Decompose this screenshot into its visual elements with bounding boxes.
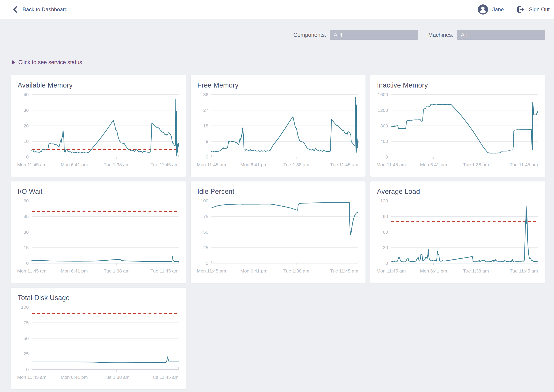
sign-out-label: Sign Out — [529, 6, 550, 13]
components-select[interactable]: API — [330, 30, 418, 40]
svg-text:800: 800 — [380, 123, 388, 128]
svg-text:18: 18 — [203, 123, 208, 128]
svg-text:Tue 1:38 am: Tue 1:38 am — [104, 162, 130, 167]
machines-label: Machines: — [428, 32, 453, 38]
svg-text:75: 75 — [203, 214, 208, 219]
svg-text:Mon 6:41 pm: Mon 6:41 pm — [61, 375, 88, 380]
svg-text:Tue 11:45 am: Tue 11:45 am — [151, 162, 179, 167]
chart-title: Free Memory — [197, 81, 359, 89]
svg-text:400: 400 — [380, 139, 388, 144]
components-filter-group: Components: API — [293, 30, 418, 40]
svg-text:Tue 11:45 am: Tue 11:45 am — [510, 162, 538, 167]
svg-text:60: 60 — [24, 198, 29, 203]
chart-canvas: 0255075100Mon 11:45 amMon 6:41 pmTue 1:3… — [197, 198, 359, 276]
svg-text:30: 30 — [24, 108, 29, 113]
chart-title: Available Memory — [18, 81, 179, 89]
chart-canvas: 015304560Mon 11:45 amMon 6:41 pmTue 1:38… — [18, 198, 179, 276]
user-name: Jane — [492, 6, 504, 13]
service-status-label: Click to see service status — [18, 59, 82, 65]
chart-title: Average Load — [377, 188, 539, 196]
chart-card: Total Disk Usage0255075100Mon 11:45 amMo… — [11, 288, 186, 389]
user-avatar-icon — [478, 4, 488, 14]
svg-text:50: 50 — [24, 336, 29, 341]
svg-text:Mon 11:45 am: Mon 11:45 am — [197, 162, 226, 167]
back-button[interactable]: Back to Dashboard — [12, 6, 68, 14]
svg-text:Mon 6:41 pm: Mon 6:41 pm — [61, 268, 88, 273]
back-button-label: Back to Dashboard — [22, 6, 68, 13]
svg-text:Mon 6:41 pm: Mon 6:41 pm — [240, 268, 267, 273]
svg-text:Mon 11:45 am: Mon 11:45 am — [17, 375, 47, 380]
chart-title: Total Disk Usage — [18, 294, 179, 302]
svg-text:Tue 11:45 am: Tue 11:45 am — [510, 268, 538, 273]
svg-text:Mon 6:41 pm: Mon 6:41 pm — [61, 162, 88, 167]
svg-text:0: 0 — [26, 154, 29, 159]
svg-text:0: 0 — [206, 154, 208, 159]
svg-text:Tue 1:38 am: Tue 1:38 am — [283, 268, 309, 273]
svg-text:1600: 1600 — [378, 92, 388, 97]
chart-title: Inactive Memory — [377, 81, 539, 89]
svg-text:0: 0 — [385, 154, 388, 159]
svg-text:30: 30 — [383, 245, 388, 250]
components-label: Components: — [293, 32, 326, 38]
chart-card: I/O Wait015304560Mon 11:45 amMon 6:41 pm… — [11, 182, 186, 283]
svg-text:30: 30 — [24, 230, 29, 235]
top-bar: Back to Dashboard Jane Sign Out — [0, 0, 554, 19]
charts-grid: Available Memory010203040Mon 11:45 amMon… — [11, 75, 545, 389]
service-status-toggle[interactable]: Click to see service status — [12, 59, 82, 65]
sign-out-icon — [517, 5, 525, 14]
svg-text:0: 0 — [26, 261, 29, 266]
svg-text:20: 20 — [24, 123, 29, 128]
svg-text:0: 0 — [206, 261, 208, 266]
chart-canvas: 0306090120Mon 11:45 amMon 6:41 pmTue 1:3… — [377, 198, 539, 276]
sign-out-button[interactable]: Sign Out — [517, 5, 550, 14]
svg-text:Mon 6:41 pm: Mon 6:41 pm — [420, 162, 447, 167]
chart-canvas: 010203040Mon 11:45 amMon 6:41 pmTue 1:38… — [18, 91, 179, 170]
chart-card: Idle Percent0255075100Mon 11:45 amMon 6:… — [191, 182, 366, 283]
svg-text:60: 60 — [383, 230, 388, 235]
svg-text:Tue 1:38 am: Tue 1:38 am — [104, 375, 130, 380]
svg-text:Tue 11:45 am: Tue 11:45 am — [330, 268, 358, 273]
svg-text:27: 27 — [203, 108, 208, 113]
user-area: Jane Sign Out — [478, 4, 550, 14]
svg-text:Mon 11:45 am: Mon 11:45 am — [17, 268, 47, 273]
chart-title: I/O Wait — [18, 188, 179, 196]
svg-text:0: 0 — [26, 367, 29, 372]
svg-text:Tue 11:45 am: Tue 11:45 am — [330, 162, 358, 167]
svg-text:Tue 1:38 am: Tue 1:38 am — [463, 162, 489, 167]
svg-text:15: 15 — [24, 245, 29, 250]
svg-text:Tue 11:45 am: Tue 11:45 am — [151, 268, 179, 273]
svg-text:9: 9 — [206, 139, 208, 144]
svg-text:Mon 11:45 am: Mon 11:45 am — [17, 162, 47, 167]
svg-text:25: 25 — [203, 245, 208, 250]
svg-text:Mon 11:45 am: Mon 11:45 am — [377, 162, 406, 167]
svg-text:40: 40 — [24, 92, 29, 97]
chart-card: Available Memory010203040Mon 11:45 amMon… — [11, 75, 186, 177]
svg-text:Tue 1:38 am: Tue 1:38 am — [283, 162, 309, 167]
chart-card: Free Memory09182736Mon 11:45 amMon 6:41 … — [191, 75, 366, 177]
machines-select-value: All — [461, 32, 467, 38]
svg-text:25: 25 — [24, 351, 29, 356]
svg-text:1200: 1200 — [378, 108, 388, 113]
chart-canvas: 0255075100Mon 11:45 amMon 6:41 pmTue 1:3… — [18, 304, 179, 383]
svg-text:10: 10 — [24, 139, 29, 144]
svg-text:100: 100 — [201, 198, 208, 203]
disclosure-triangle-icon — [12, 60, 15, 64]
filter-bar: Components: API Machines: All — [11, 30, 545, 40]
chart-card: Average Load0306090120Mon 11:45 amMon 6:… — [370, 182, 545, 283]
machines-select[interactable]: All — [457, 30, 545, 40]
machines-filter-group: Machines: All — [428, 30, 545, 40]
svg-text:Tue 1:38 am: Tue 1:38 am — [104, 268, 130, 273]
svg-text:Tue 11:45 am: Tue 11:45 am — [151, 375, 179, 380]
svg-text:100: 100 — [21, 304, 29, 309]
svg-text:50: 50 — [203, 230, 208, 235]
svg-text:Mon 11:45 am: Mon 11:45 am — [197, 268, 226, 273]
svg-text:Tue 1:38 am: Tue 1:38 am — [463, 268, 489, 273]
chevron-left-icon — [12, 6, 18, 14]
svg-text:0: 0 — [385, 261, 388, 266]
svg-text:45: 45 — [24, 214, 29, 219]
svg-text:36: 36 — [203, 92, 208, 97]
chart-canvas: 09182736Mon 11:45 amMon 6:41 pmTue 1:38 … — [197, 91, 359, 170]
chart-card: Inactive Memory040080012001600Mon 11:45 … — [370, 75, 545, 177]
svg-text:Mon 11:45 am: Mon 11:45 am — [377, 268, 406, 273]
chart-canvas: 040080012001600Mon 11:45 amMon 6:41 pmTu… — [377, 91, 539, 170]
